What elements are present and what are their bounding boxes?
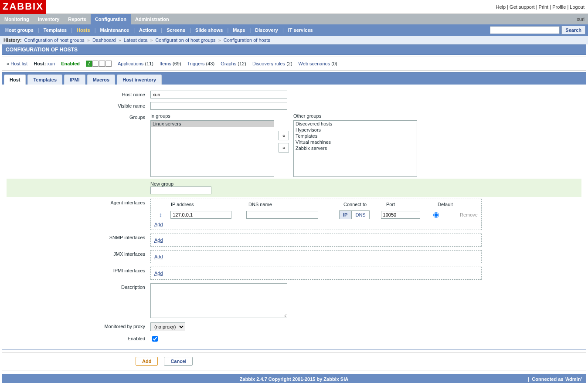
header-default: Default: [438, 202, 464, 207]
history-item[interactable]: Dashboard: [92, 37, 116, 43]
discoveryrules-link[interactable]: Discovery rules: [252, 61, 285, 66]
menu-configuration[interactable]: Configuration: [91, 14, 131, 24]
description-input[interactable]: [150, 283, 287, 318]
graphs-link[interactable]: Graphs: [221, 61, 236, 66]
tab-host[interactable]: Host: [4, 75, 26, 85]
jmx-interfaces-label: JMX interfaces: [7, 250, 150, 257]
add-ipmi-interface-link[interactable]: Add: [154, 271, 163, 276]
visiblename-input[interactable]: [150, 102, 287, 110]
dns-input[interactable]: [246, 211, 318, 219]
other-groups-listbox[interactable]: Discovered hosts Hypervisors Templates V…: [293, 120, 417, 177]
applications-link[interactable]: Applications: [118, 61, 143, 66]
submenu-discovery[interactable]: Discovery: [252, 27, 281, 33]
submenu-maintenance[interactable]: Maintenance: [98, 27, 132, 33]
submenu-actions[interactable]: Actions: [136, 27, 159, 33]
list-item[interactable]: Zabbix servers: [294, 145, 417, 151]
add-snmp-interface-link[interactable]: Add: [154, 237, 163, 243]
host-summary-bar: « Host list Host: xuri Enabled Z Applica…: [2, 57, 586, 71]
groups-label: Groups: [7, 113, 150, 120]
ipmi-availability-icon: [105, 61, 112, 67]
current-user-label: xuri: [577, 17, 585, 22]
sub-menu: Host groups| Templates| Hosts| Maintenan…: [0, 24, 588, 36]
hostlist-link[interactable]: Host list: [10, 61, 27, 66]
header-ip: IP address: [171, 202, 245, 207]
main-menu: Monitoring Inventory Reports Configurati…: [0, 14, 588, 24]
support-link[interactable]: Get support: [510, 4, 534, 10]
menu-monitoring[interactable]: Monitoring: [0, 14, 34, 24]
add-button[interactable]: Add: [136, 357, 158, 366]
page-title: CONFIGURATION OF HOSTS: [2, 44, 586, 55]
list-item[interactable]: Templates: [294, 133, 417, 139]
breadcrumb: History: Configuration of host groups» D…: [0, 36, 588, 44]
drag-handle-icon[interactable]: ↕: [154, 211, 167, 218]
menu-administration[interactable]: Administration: [131, 14, 173, 24]
enabled-checkbox[interactable]: [152, 336, 158, 342]
cancel-button[interactable]: Cancel: [164, 357, 193, 366]
port-input[interactable]: [381, 211, 420, 219]
list-item[interactable]: Linux servers: [151, 121, 274, 127]
help-link[interactable]: Help: [496, 4, 506, 10]
in-groups-listbox[interactable]: Linux servers: [150, 120, 274, 177]
visiblename-label: Visible name: [7, 102, 150, 108]
header-connect: Connect to: [343, 202, 383, 207]
footer-user: Connected as 'Admin': [532, 376, 582, 382]
submenu-templates[interactable]: Templates: [41, 27, 70, 33]
list-item[interactable]: Virtual machines: [294, 139, 417, 145]
remove-interface-link[interactable]: Remove: [460, 212, 478, 217]
tab-ipmi[interactable]: IPMI: [64, 75, 85, 85]
agent-interfaces-label: Agent interfaces: [7, 199, 150, 205]
newgroup-input[interactable]: [150, 186, 211, 194]
logo[interactable]: ZABBIX: [0, 0, 46, 14]
top-links: Help | Get support | Print | Profile | L…: [496, 4, 585, 10]
snmp-availability-icon: [92, 61, 99, 67]
print-link[interactable]: Print: [539, 4, 549, 10]
submenu-itservices[interactable]: IT services: [286, 27, 316, 33]
tab-templates[interactable]: Templates: [27, 75, 62, 85]
search-input[interactable]: [490, 26, 560, 34]
add-jmx-interface-link[interactable]: Add: [154, 254, 163, 259]
jmx-availability-icon: [99, 61, 105, 67]
list-item[interactable]: Discovered hosts: [294, 121, 417, 127]
availability-indicators: Z: [86, 61, 112, 67]
submenu-slideshows[interactable]: Slide shows: [193, 27, 226, 33]
list-item[interactable]: Hypervisors: [294, 127, 417, 133]
search-button[interactable]: Search: [561, 26, 585, 34]
other-groups-label: Other groups: [293, 113, 417, 119]
move-right-button[interactable]: »: [279, 143, 289, 153]
items-link[interactable]: Items: [160, 61, 171, 66]
add-agent-interface-link[interactable]: Add: [154, 222, 163, 227]
snmp-interfaces-label: SNMP interfaces: [7, 234, 150, 240]
history-item[interactable]: Configuration of hosts: [224, 37, 270, 43]
host-name-link[interactable]: xuri: [47, 61, 55, 66]
submenu-screens[interactable]: Screens: [164, 27, 188, 33]
header-dns: DNS name: [248, 202, 323, 207]
menu-reports[interactable]: Reports: [64, 14, 91, 24]
tab-hostinventory[interactable]: Host inventory: [117, 75, 162, 85]
history-item[interactable]: Latest data: [124, 37, 147, 43]
submenu-hostgroups[interactable]: Host groups: [3, 27, 36, 33]
connect-ip-button[interactable]: IP: [339, 210, 351, 219]
webscenarios-link[interactable]: Web scenarios: [299, 61, 330, 66]
triggers-link[interactable]: Triggers: [187, 61, 205, 66]
history-label: History:: [3, 37, 22, 43]
form-actions: Add Cancel: [2, 352, 586, 370]
proxy-select[interactable]: (no proxy): [150, 322, 185, 331]
connect-dns-button[interactable]: DNS: [351, 210, 369, 219]
profile-link[interactable]: Profile: [552, 4, 566, 10]
tab-macros[interactable]: Macros: [87, 75, 116, 85]
ip-input[interactable]: [170, 211, 231, 219]
submenu-hosts[interactable]: Hosts: [74, 27, 93, 33]
submenu-maps[interactable]: Maps: [230, 27, 248, 33]
hostname-label: Host name: [7, 91, 150, 97]
proxy-label: Monitored by proxy: [7, 322, 150, 329]
history-item[interactable]: Configuration of host groups: [155, 37, 215, 43]
logout-link[interactable]: Logout: [570, 4, 585, 10]
default-radio[interactable]: [433, 212, 439, 218]
history-item[interactable]: Configuration of host groups: [24, 37, 85, 43]
header-port: Port: [386, 202, 434, 207]
footer: Zabbix 2.4.7 Copyright 2001-2015 by Zabb…: [2, 374, 586, 383]
move-left-button[interactable]: «: [279, 131, 289, 140]
hostname-input[interactable]: [150, 91, 287, 98]
menu-inventory[interactable]: Inventory: [34, 14, 64, 24]
host-label: Host:: [34, 61, 46, 66]
